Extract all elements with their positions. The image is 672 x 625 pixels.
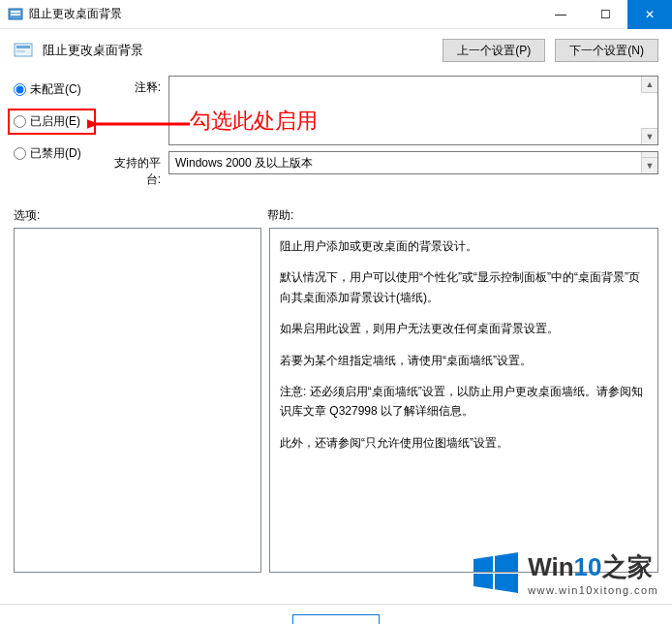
platform-textbox[interactable]: Windows 2000 及以上版本 ▲ ▼ — [168, 151, 658, 174]
page-title: 阻止更改桌面背景 — [43, 42, 433, 59]
policy-editor-icon — [8, 7, 23, 22]
radio-disabled[interactable]: 已禁用(D) — [14, 145, 93, 162]
radio-disabled-label: 已禁用(D) — [30, 145, 81, 162]
help-panel: 阻止用户添加或更改桌面的背景设计。 默认情况下，用户可以使用“个性化”或“显示控… — [269, 228, 658, 573]
minimize-button[interactable]: — — [538, 0, 583, 29]
radio-enabled-input[interactable] — [14, 115, 26, 128]
previous-setting-button[interactable]: 上一个设置(P) — [443, 39, 545, 62]
scroll-down-icon[interactable]: ▼ — [641, 157, 657, 173]
scroll-down-icon[interactable]: ▼ — [641, 128, 657, 144]
brand-url: www.win10xitong.com — [528, 584, 658, 596]
radio-not-configured-input[interactable] — [14, 83, 26, 96]
help-text: 如果启用此设置，则用户无法更改任何桌面背景设置。 — [280, 319, 648, 338]
help-text: 阻止用户添加或更改桌面的背景设计。 — [280, 236, 648, 256]
radio-not-configured-label: 未配置(C) — [30, 81, 81, 98]
platform-value: Windows 2000 及以上版本 — [175, 156, 313, 170]
titlebar: 阻止更改桌面背景 — ☐ ✕ — [0, 0, 672, 29]
help-text: 若要为某个组指定墙纸，请使用“桌面墙纸”设置。 — [280, 351, 648, 370]
radio-disabled-input[interactable] — [14, 147, 26, 160]
header: 阻止更改桌面背景 上一个设置(P) 下一个设置(N) — [14, 39, 658, 62]
svg-rect-4 — [16, 46, 30, 48]
radio-enabled[interactable]: 已启用(E) — [11, 111, 93, 132]
window-title: 阻止更改桌面背景 — [29, 6, 122, 22]
svg-rect-3 — [15, 44, 32, 56]
options-section-label: 选项: — [14, 207, 267, 224]
platform-label: 支持的平台: — [108, 151, 168, 188]
options-panel — [14, 228, 261, 573]
svg-marker-10 — [495, 574, 518, 593]
maximize-button[interactable]: ☐ — [583, 0, 627, 29]
partial-button[interactable] — [292, 614, 380, 624]
svg-rect-1 — [11, 11, 20, 13]
state-radio-group: 未配置(C) 已启用(E) 已禁用(D) — [14, 76, 93, 194]
scroll-up-icon[interactable]: ▲ — [641, 77, 657, 93]
next-setting-button[interactable]: 下一个设置(N) — [555, 39, 658, 62]
help-text: 默认情况下，用户可以使用“个性化”或“显示控制面板”中的“桌面背景”页向其桌面添… — [280, 267, 648, 307]
radio-not-configured[interactable]: 未配置(C) — [14, 81, 93, 98]
bottom-button-area — [0, 604, 672, 625]
help-text: 此外，还请参阅“只允许使用位图墙纸”设置。 — [280, 433, 648, 453]
help-section-label: 帮助: — [267, 207, 293, 224]
comment-textarea[interactable]: ▲ ▼ — [168, 76, 658, 145]
svg-rect-5 — [16, 50, 25, 52]
help-text: 注意: 还必须启用“桌面墙纸”设置，以防止用户更改桌面墙纸。请参阅知识库文章 Q… — [280, 382, 648, 422]
svg-marker-9 — [473, 574, 493, 589]
close-button[interactable]: ✕ — [627, 0, 672, 29]
radio-enabled-label: 已启用(E) — [30, 113, 80, 130]
comment-label: 注释: — [108, 76, 168, 96]
policy-icon — [14, 41, 33, 60]
svg-rect-2 — [11, 14, 20, 16]
